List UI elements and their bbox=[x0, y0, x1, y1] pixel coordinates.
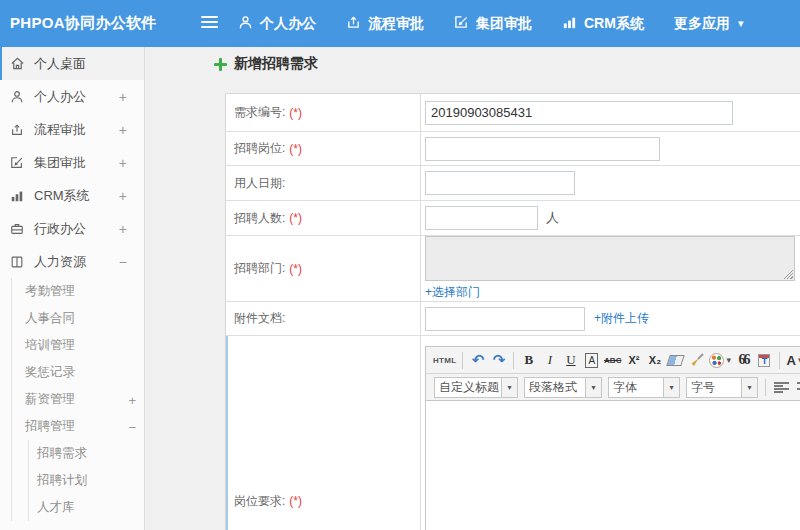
department-textarea[interactable] bbox=[425, 236, 795, 281]
expand-plus-icon[interactable]: + bbox=[119, 221, 127, 237]
superscript-button[interactable]: X² bbox=[625, 350, 642, 370]
dropdown-label: 字体 bbox=[609, 378, 663, 397]
resize-handle[interactable] bbox=[784, 270, 793, 279]
strikethrough-button[interactable]: ABC bbox=[604, 350, 621, 370]
sidebar-item-label: 招聘计划 bbox=[37, 472, 87, 489]
sidebar-item-salary-management[interactable]: 薪资管理 + bbox=[12, 386, 144, 413]
headcount-input[interactable] bbox=[425, 206, 538, 230]
sidebar-item-personal-office[interactable]: 个人办公 + bbox=[0, 80, 144, 113]
sidebar-item-label: 集团审批 bbox=[34, 154, 86, 172]
nav-label: 更多应用 bbox=[674, 15, 730, 33]
edit-icon bbox=[454, 15, 476, 33]
form-row-request-number: 需求编号: (*) bbox=[226, 94, 800, 132]
nav-more-apps[interactable]: 更多应用 ▾ bbox=[674, 15, 744, 33]
attachment-input[interactable] bbox=[425, 307, 585, 331]
expand-plus-icon[interactable]: + bbox=[119, 89, 127, 105]
form-row-hire-date: 用人日期: bbox=[226, 166, 800, 201]
dropdown-label: 字号 bbox=[687, 378, 741, 397]
nav-group-approval[interactable]: 集团审批 bbox=[454, 15, 532, 33]
nav-personal-office[interactable]: 个人办公 bbox=[238, 15, 316, 33]
sidebar-item-label: 奖惩记录 bbox=[25, 364, 75, 381]
color-palette-button[interactable]: ▾ bbox=[709, 350, 731, 370]
bold-button[interactable]: B bbox=[520, 350, 537, 370]
top-navigation: 个人办公 流程审批 集团审批 CRM系统 bbox=[238, 0, 773, 47]
paragraph-format-dropdown[interactable]: 段落格式 ▾ bbox=[524, 377, 602, 398]
font-size-dropdown[interactable]: 字号 ▾ bbox=[686, 377, 758, 398]
html-source-button[interactable]: HTML bbox=[433, 350, 456, 370]
form-row-attachment: 附件文档: +附件上传 bbox=[226, 302, 800, 336]
sidebar: 个人桌面 个人办公 + 流程审批 + 集团审批 + bbox=[0, 47, 145, 530]
expand-plus-icon[interactable]: + bbox=[128, 392, 136, 407]
sidebar-item-talent-pool[interactable]: 人才库 bbox=[29, 494, 144, 521]
book-icon bbox=[9, 254, 25, 270]
char-border-button[interactable]: A bbox=[585, 353, 598, 368]
dropdown-label: 段落格式 bbox=[525, 378, 585, 397]
sidebar-item-group-approval[interactable]: 集团审批 + bbox=[0, 146, 144, 179]
required-marker: (*) bbox=[289, 211, 302, 225]
format-painter-button[interactable] bbox=[688, 350, 705, 370]
form-row-position: 招聘岗位: (*) bbox=[226, 132, 800, 166]
recruit-request-form: 需求编号: (*) 招聘岗位: (*) 用人日期: bbox=[225, 93, 800, 530]
sidebar-item-recruit-plan[interactable]: 招聘计划 bbox=[29, 467, 144, 494]
request-number-input[interactable] bbox=[425, 101, 733, 125]
collapse-minus-icon[interactable]: − bbox=[119, 254, 127, 270]
font-color-label: A bbox=[787, 353, 796, 368]
hire-date-input[interactable] bbox=[425, 171, 575, 195]
sidebar-item-label: 个人办公 bbox=[34, 88, 86, 106]
collapse-minus-icon[interactable]: − bbox=[128, 419, 136, 434]
expand-plus-icon[interactable]: + bbox=[119, 155, 127, 171]
attachment-upload-link[interactable]: +附件上传 bbox=[594, 310, 649, 327]
form-row-department: 招聘部门: (*) +选择部门 bbox=[226, 236, 800, 302]
nav-label: CRM系统 bbox=[584, 15, 644, 33]
nav-crm-system[interactable]: CRM系统 bbox=[562, 15, 644, 33]
expand-plus-icon[interactable]: + bbox=[119, 122, 127, 138]
sidebar-item-attendance-management[interactable]: 考勤管理 bbox=[12, 278, 144, 305]
briefcase-icon bbox=[9, 221, 25, 237]
brush-icon bbox=[690, 353, 704, 367]
undo-button[interactable]: ↶ bbox=[469, 350, 486, 370]
custom-title-dropdown[interactable]: 自定义标题 ▾ bbox=[434, 377, 518, 398]
app-logo: PHPOA协同办公软件 bbox=[10, 0, 157, 47]
sidebar-item-crm-system[interactable]: CRM系统 + bbox=[0, 179, 144, 212]
sidebar-item-recruit-management[interactable]: 招聘管理 − bbox=[12, 413, 144, 440]
font-family-dropdown[interactable]: 字体 ▾ bbox=[608, 377, 680, 398]
subscript-button[interactable]: X₂ bbox=[646, 350, 663, 370]
required-marker: (*) bbox=[289, 106, 302, 120]
required-marker: (*) bbox=[289, 494, 302, 508]
sidebar-item-label: 培训管理 bbox=[25, 337, 75, 354]
sidebar-item-hr-contract[interactable]: 人事合同 bbox=[12, 305, 144, 332]
page-title-bar: 新增招聘需求 bbox=[214, 55, 318, 73]
field-label: 招聘人数: bbox=[234, 210, 285, 227]
sidebar-item-workflow-approval[interactable]: 流程审批 + bbox=[0, 113, 144, 146]
caret-down-icon: ▾ bbox=[738, 17, 744, 30]
editor-content-area[interactable] bbox=[426, 401, 800, 530]
nav-workflow-approval[interactable]: 流程审批 bbox=[346, 15, 424, 33]
redo-button[interactable]: ↷ bbox=[490, 350, 507, 370]
field-label: 需求编号: bbox=[234, 104, 285, 121]
italic-button[interactable]: I bbox=[541, 350, 558, 370]
required-marker: (*) bbox=[289, 142, 302, 156]
position-input[interactable] bbox=[425, 137, 660, 161]
sidebar-item-admin-office[interactable]: 行政办公 + bbox=[0, 212, 144, 245]
rich-text-editor: HTML ↶ ↷ B I U A ABC X² X₂ bbox=[425, 346, 800, 530]
paste-text-button[interactable]: T bbox=[756, 350, 773, 370]
eraser-button[interactable] bbox=[667, 350, 684, 370]
approval-icon bbox=[346, 15, 368, 33]
sidebar-item-training-management[interactable]: 培训管理 bbox=[12, 332, 144, 359]
form-row-headcount: 招聘人数: (*) 人 bbox=[226, 201, 800, 236]
sidebar-item-personal-desktop[interactable]: 个人桌面 bbox=[0, 47, 144, 80]
align-left-button[interactable] bbox=[774, 382, 789, 393]
blockquote-button[interactable]: 66 bbox=[735, 350, 752, 370]
sidebar-item-recruit-request[interactable]: 招聘需求 bbox=[29, 440, 144, 467]
select-department-link[interactable]: +选择部门 bbox=[425, 284, 480, 301]
underline-button[interactable]: U bbox=[562, 350, 579, 370]
menu-toggle-icon[interactable] bbox=[201, 16, 218, 31]
sidebar-item-reward-punishment[interactable]: 奖惩记录 bbox=[12, 359, 144, 386]
font-color-button[interactable]: A ▾ bbox=[786, 350, 800, 370]
user-icon bbox=[9, 89, 25, 105]
expand-plus-icon[interactable]: + bbox=[119, 188, 127, 204]
home-icon bbox=[9, 56, 25, 72]
sidebar-item-label: CRM系统 bbox=[34, 187, 90, 205]
sidebar-item-human-resources[interactable]: 人力资源 − bbox=[0, 245, 144, 278]
app-header: PHPOA协同办公软件 个人办公 流程审批 bbox=[0, 0, 800, 47]
